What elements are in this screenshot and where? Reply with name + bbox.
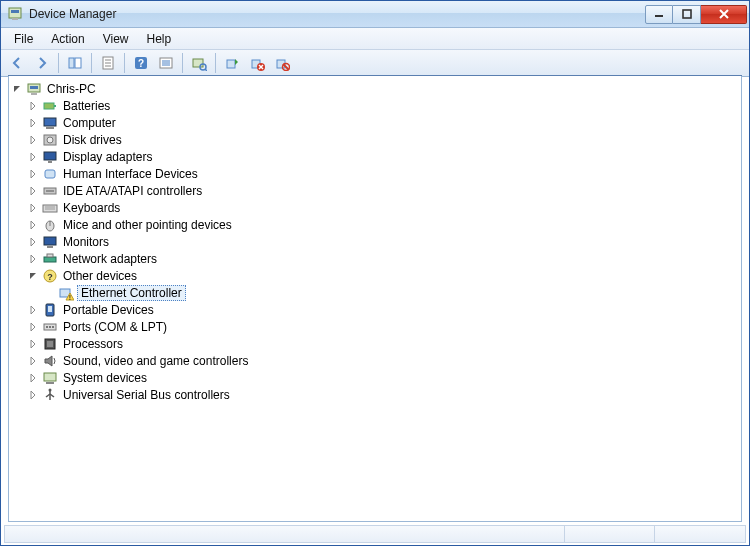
scan-hardware-button[interactable] [187, 52, 211, 74]
collapse-icon[interactable] [27, 270, 39, 282]
tree-category[interactable]: Batteries [11, 97, 739, 114]
svg-rect-63 [44, 373, 56, 381]
minimize-button[interactable] [645, 5, 673, 24]
tree-category[interactable]: Computer [11, 114, 739, 131]
keyboard-icon [42, 200, 58, 216]
network-icon [42, 251, 58, 267]
tree-category[interactable]: Monitors [11, 233, 739, 250]
collapse-icon[interactable] [11, 83, 23, 95]
expand-icon[interactable] [27, 100, 39, 112]
monitor-icon [42, 234, 58, 250]
tree-item-label: Human Interface Devices [61, 167, 200, 181]
tree-item-label: Chris-PC [45, 82, 98, 96]
titlebar: Device Manager [1, 1, 749, 28]
tree-category[interactable]: ?Other devices [11, 267, 739, 284]
tree-category[interactable]: Human Interface Devices [11, 165, 739, 182]
expand-icon[interactable] [27, 355, 39, 367]
window-controls [645, 5, 747, 24]
tree-item-label: Network adapters [61, 252, 159, 266]
svg-rect-20 [227, 60, 235, 68]
expand-icon[interactable] [27, 134, 39, 146]
tree-category[interactable]: Network adapters [11, 250, 739, 267]
svg-point-58 [46, 326, 48, 328]
tree-root[interactable]: Chris-PC [11, 80, 739, 97]
svg-rect-33 [46, 127, 54, 129]
tree-category[interactable]: System devices [11, 369, 739, 386]
expand-icon[interactable] [27, 372, 39, 384]
tree-category[interactable]: Ports (COM & LPT) [11, 318, 739, 335]
tree-device[interactable]: !Ethernet Controller [11, 284, 739, 301]
tree-category[interactable]: Display adapters [11, 148, 739, 165]
tree-category[interactable]: IDE ATA/ATAPI controllers [11, 182, 739, 199]
help-button[interactable]: ? [129, 52, 153, 74]
tree-item-label: Processors [61, 337, 125, 351]
svg-text:?: ? [138, 58, 144, 69]
svg-rect-38 [45, 170, 55, 178]
usb-icon [42, 387, 58, 403]
toolbar-separator [215, 53, 216, 73]
device-tree: Chris-PCBatteriesComputerDisk drivesDisp… [9, 76, 741, 407]
maximize-button[interactable] [673, 5, 701, 24]
expand-icon[interactable] [27, 151, 39, 163]
toolbar-separator [124, 53, 125, 73]
disk-icon [42, 132, 58, 148]
show-hide-console-tree-button[interactable] [63, 52, 87, 74]
menu-action[interactable]: Action [42, 30, 93, 48]
mouse-icon [42, 217, 58, 233]
tree-category[interactable]: Disk drives [11, 131, 739, 148]
back-button[interactable] [5, 52, 29, 74]
expand-icon[interactable] [27, 389, 39, 401]
tree-item-label: Portable Devices [61, 303, 156, 317]
ide-icon [42, 183, 58, 199]
expand-icon[interactable] [27, 185, 39, 197]
expand-icon[interactable] [27, 304, 39, 316]
toolbar-separator [91, 53, 92, 73]
expand-icon[interactable] [27, 236, 39, 248]
tree-category[interactable]: Portable Devices [11, 301, 739, 318]
expand-icon[interactable] [27, 219, 39, 231]
svg-point-60 [52, 326, 54, 328]
menubar: File Action View Help [1, 28, 749, 50]
menu-file[interactable]: File [5, 30, 42, 48]
tree-item-label: Batteries [61, 99, 112, 113]
svg-rect-17 [193, 59, 203, 67]
tree-item-label: Sound, video and game controllers [61, 354, 250, 368]
tree-item-label: Disk drives [61, 133, 124, 147]
expand-icon[interactable] [27, 253, 39, 265]
tree-item-label: Keyboards [61, 201, 122, 215]
svg-rect-30 [44, 103, 54, 109]
tree-category[interactable]: Mice and other pointing devices [11, 216, 739, 233]
toolbar-separator [182, 53, 183, 73]
forward-button[interactable] [30, 52, 54, 74]
uninstall-button[interactable] [245, 52, 269, 74]
menu-help[interactable]: Help [138, 30, 181, 48]
expand-icon[interactable] [27, 168, 39, 180]
action-list-button[interactable] [154, 52, 178, 74]
properties-button[interactable] [96, 52, 120, 74]
tree-category[interactable]: Universal Serial Bus controllers [11, 386, 739, 403]
status-pane [655, 526, 745, 542]
svg-rect-46 [44, 237, 56, 245]
disable-button[interactable] [270, 52, 294, 74]
tree-item-label: Computer [61, 116, 118, 130]
tree-item-label: Ports (COM & LPT) [61, 320, 169, 334]
tree-category[interactable]: Processors [11, 335, 739, 352]
tree-category[interactable]: Keyboards [11, 199, 739, 216]
expand-icon[interactable] [27, 338, 39, 350]
svg-line-19 [205, 69, 207, 71]
svg-point-59 [49, 326, 51, 328]
svg-rect-5 [69, 58, 74, 68]
update-driver-button[interactable] [220, 52, 244, 74]
close-button[interactable] [701, 5, 747, 24]
expand-icon[interactable] [27, 117, 39, 129]
device-tree-pane[interactable]: Chris-PCBatteriesComputerDisk drivesDisp… [8, 76, 742, 522]
expand-icon[interactable] [27, 202, 39, 214]
tree-category[interactable]: Sound, video and game controllers [11, 352, 739, 369]
status-pane [5, 526, 565, 542]
svg-point-35 [47, 137, 53, 143]
menu-view[interactable]: View [94, 30, 138, 48]
tree-item-label: Monitors [61, 235, 111, 249]
svg-rect-49 [47, 254, 53, 257]
expand-icon[interactable] [27, 321, 39, 333]
unknown-icon: ? [42, 268, 58, 284]
